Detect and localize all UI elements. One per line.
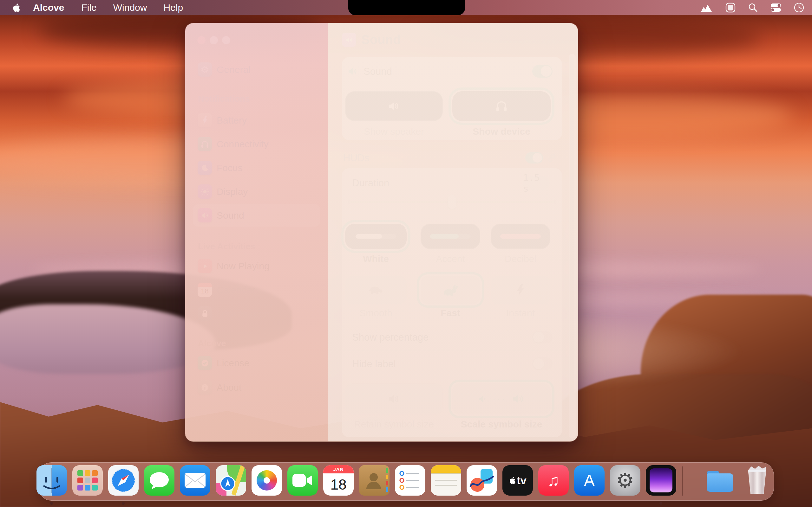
dock-music-icon[interactable]: ♫ [538, 465, 569, 496]
music-note-icon: ♫ [548, 471, 560, 490]
dock-freeform-icon[interactable] [467, 465, 497, 496]
running-indicator-safari [122, 502, 125, 505]
dock-mail-icon[interactable] [180, 465, 210, 496]
menu-file[interactable]: File [73, 0, 105, 15]
dock-safari-icon[interactable] [108, 465, 139, 496]
dock-maps-icon[interactable] [216, 465, 246, 496]
dock-contacts-icon[interactable] [359, 465, 390, 496]
dock-facetime-icon[interactable] [287, 465, 318, 496]
dock-apple-tv-icon[interactable]: tv [502, 465, 533, 496]
spotlight-search-icon[interactable] [748, 3, 758, 13]
screen-mirroring-icon[interactable] [725, 2, 736, 13]
dock-notes-icon[interactable] [431, 465, 461, 496]
sidebar [185, 23, 328, 441]
wallpaper-icon[interactable] [700, 3, 713, 12]
alcove-settings-window [185, 23, 578, 442]
dock-calendar-month: JAN [323, 465, 354, 473]
dock-system-settings-icon[interactable]: ⚙ [610, 465, 641, 496]
running-indicator-finder [50, 502, 53, 505]
content-pane [328, 23, 578, 441]
apple-menu-icon[interactable] [12, 3, 20, 13]
control-center-icon[interactable] [770, 3, 781, 12]
dock-folder-icon[interactable] [705, 465, 735, 496]
apple-logo-icon [509, 476, 516, 485]
clock-icon[interactable] [794, 2, 804, 13]
dock-trash-icon[interactable] [742, 465, 773, 496]
dock-app-store-icon[interactable]: A [574, 465, 605, 496]
dock-launchpad-icon[interactable] [72, 465, 103, 496]
dock-alcove-icon[interactable] [646, 465, 676, 496]
dock-reminders-icon[interactable] [395, 465, 425, 496]
camera-notch [348, 0, 465, 15]
dock-messages-icon[interactable] [144, 465, 174, 496]
dock-photos-icon[interactable] [252, 465, 282, 496]
dock-app-store-glyph: A [584, 471, 595, 490]
desktop: Alcove File Window Help [0, 0, 812, 507]
menu-window[interactable]: Window [105, 0, 155, 15]
menu-help[interactable]: Help [155, 0, 191, 15]
dock-apple-tv-label: tv [517, 474, 526, 487]
gear-icon: ⚙ [616, 469, 634, 492]
dock-divider [682, 466, 683, 496]
dock-finder-icon[interactable] [37, 465, 67, 496]
dock-calendar-icon[interactable]: JAN 18 [323, 465, 354, 496]
menu-app-name[interactable]: Alcove [23, 0, 73, 15]
dock-calendar-day: 18 [323, 473, 354, 496]
running-indicator-alcove [659, 502, 662, 505]
